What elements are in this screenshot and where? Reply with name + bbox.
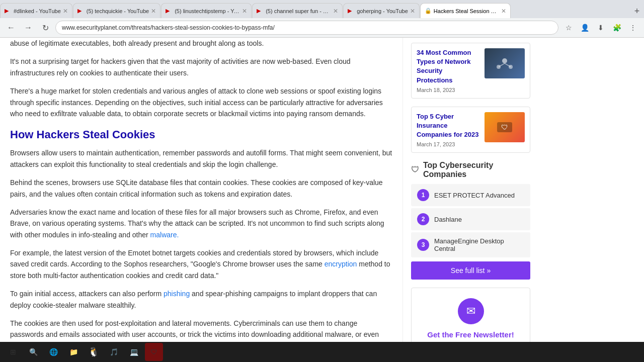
intro-para-2: It's not a surprising target for hackers… — [10, 56, 392, 78]
sidebar-article-1-image — [485, 48, 525, 78]
tab-close-tab1[interactable]: ✕ — [63, 8, 68, 15]
article-heading: How Hackers Steal Cookies — [10, 128, 392, 141]
svg-text:🛡: 🛡 — [501, 123, 508, 131]
tab-label-tab6: Hackers Steal Session Cookies... — [434, 8, 499, 14]
sidebar-article-1-text: 34 Most Common Types of Network Security… — [417, 48, 479, 93]
bookmark-icon[interactable]: ☆ — [561, 21, 576, 35]
tab-favicon-tab1: ▶ — [5, 8, 12, 15]
svg-point-0 — [502, 58, 507, 63]
taskbar: ⊞ 🔍 🌐 📁 🐧 🎵 💻 🛡 — [0, 342, 644, 362]
menu-icon[interactable]: ⋮ — [626, 21, 640, 35]
tab-label-tab5: goherping - YouTube — [357, 8, 408, 14]
sidebar: 34 Most Common Types of Network Security… — [403, 38, 538, 362]
tab-close-tab4[interactable]: ✕ — [333, 8, 338, 15]
new-tab-button[interactable]: + — [630, 4, 644, 18]
toolbar-icons: ☆ 👤 ⬇ 🧩 ⋮ — [561, 21, 640, 35]
taskbar-browser[interactable]: 🌐 — [44, 343, 62, 361]
intro-para-1: abuse of legitimate executables, both al… — [10, 38, 392, 49]
sidebar-article-2-image: 🛡 — [485, 112, 525, 142]
back-button[interactable]: ← — [4, 21, 18, 35]
body-para-1: Browsers allow users to maintain authent… — [10, 147, 392, 170]
body-para-4-text: For example, the latest version of the E… — [10, 249, 378, 268]
tab-close-tab6[interactable]: ✕ — [501, 8, 506, 15]
company-rank-1: 1 — [417, 189, 429, 201]
body-para-5: To gain initial access, attackers can al… — [10, 288, 392, 311]
company-row-3[interactable]: 3 ManageEngine Desktop Central — [411, 232, 530, 257]
browser-tab-tab6[interactable]: 🔒 Hackers Steal Session Cookies... ✕ — [420, 3, 511, 18]
sidebar-article-1-title[interactable]: 34 Most Common Types of Network Security… — [417, 48, 479, 85]
top-companies-title: Top Cybersecurity Companies — [423, 161, 530, 179]
browser-chrome: ▶ #dlinked - YouTube ✕ ▶ (5) techquickie… — [0, 0, 644, 38]
company-rank-3: 3 — [417, 239, 429, 251]
taskbar-terminal[interactable]: 💻 — [125, 343, 143, 361]
sidebar-article-1-date: March 18, 2023 — [417, 87, 479, 93]
address-bar: ← → ↻ ☆ 👤 ⬇ 🧩 ⋮ — [0, 18, 644, 37]
tab-favicon-tab4: ▶ — [257, 8, 264, 15]
browser-tab-tab2[interactable]: ▶ (5) techquickie - YouTube ✕ — [73, 3, 160, 18]
sidebar-article-2-title[interactable]: Top 5 Cyber Insurance Companies for 2023 — [417, 112, 479, 140]
top-companies-section: 🛡 Top Cybersecurity Companies 1 ESET PRO… — [411, 161, 530, 280]
main-content: abuse of legitimate executables, both al… — [0, 38, 403, 362]
taskbar-music[interactable]: 🎵 — [105, 343, 123, 361]
download-icon[interactable]: ⬇ — [594, 21, 608, 35]
tab-close-tab2[interactable]: ✕ — [151, 8, 156, 15]
phishing-link[interactable]: phishing — [164, 290, 190, 298]
taskbar-start[interactable]: ⊞ — [4, 343, 22, 361]
browser-tab-tab3[interactable]: ▶ (5) linustechtipstemp - YouTube ✕ — [161, 3, 252, 18]
company-rank-2: 2 — [417, 213, 429, 225]
tab-label-tab3: (5) linustechtipstemp - YouTube — [175, 8, 240, 14]
extensions-icon[interactable]: 🧩 — [610, 21, 624, 35]
tab-bar: ▶ #dlinked - YouTube ✕ ▶ (5) techquickie… — [0, 0, 644, 18]
page: abuse of legitimate executables, both al… — [0, 38, 644, 362]
company-name-1: ESET PROTECT Advanced — [434, 192, 515, 199]
companies-list: 1 ESET PROTECT Advanced 2 Dashlane 3 Man… — [411, 184, 530, 257]
taskbar-files[interactable]: 📁 — [64, 343, 83, 361]
tab-favicon-tab5: ▶ — [348, 8, 355, 15]
browser-tab-tab4[interactable]: ▶ (5) channel super fun - YouTube ✕ — [252, 3, 343, 18]
profile-icon[interactable]: 👤 — [578, 21, 592, 35]
sidebar-article-2-date: March 17, 2023 — [417, 141, 479, 147]
newsletter-icon: ✉ — [458, 298, 484, 324]
company-name-2: Dashlane — [434, 216, 462, 223]
shield-icon: 🛡 — [411, 165, 419, 174]
taskbar-linux[interactable]: 🐧 — [85, 343, 103, 361]
sidebar-article-2-text: Top 5 Cyber Insurance Companies for 2023… — [417, 112, 479, 148]
company-row-2[interactable]: 2 Dashlane — [411, 208, 530, 230]
encryption-link[interactable]: encryption — [325, 260, 357, 268]
sidebar-article-2: Top 5 Cyber Insurance Companies for 2023… — [411, 107, 530, 153]
body-para-3: Adversaries know the exact name and loca… — [10, 207, 392, 240]
tab-favicon-tab6: 🔒 — [425, 8, 432, 15]
refresh-button[interactable]: ↻ — [38, 21, 52, 35]
browser-tab-tab5[interactable]: ▶ goherping - YouTube ✕ — [343, 3, 420, 18]
see-full-list-button[interactable]: See full list » — [411, 261, 530, 280]
company-row-1[interactable]: 1 ESET PROTECT Advanced — [411, 184, 530, 206]
sidebar-article-1-content: 34 Most Common Types of Network Security… — [412, 43, 530, 98]
tab-favicon-tab2: ▶ — [77, 8, 85, 15]
malware-link[interactable]: malware. — [150, 231, 179, 239]
top-companies-header: 🛡 Top Cybersecurity Companies — [411, 161, 530, 179]
taskbar-search[interactable]: 🔍 — [24, 343, 42, 361]
sidebar-article-1: 34 Most Common Types of Network Security… — [411, 43, 530, 99]
forward-button[interactable]: → — [21, 21, 35, 35]
body-para-5-pre: To gain initial access, attackers can al… — [10, 290, 162, 298]
browser-tab-tab1[interactable]: ▶ #dlinked - YouTube ✕ — [0, 3, 72, 18]
body-para-4: For example, the latest version of the E… — [10, 247, 392, 281]
newsletter-title: Get the Free Newsletter! — [420, 330, 522, 339]
tab-label-tab2: (5) techquickie - YouTube — [87, 8, 149, 14]
body-para-2: Behind the scenes, browsers use SQLite d… — [10, 177, 392, 200]
tab-close-tab3[interactable]: ✕ — [242, 8, 247, 15]
intro-para-3: There's a huge market for stolen credent… — [10, 85, 392, 119]
tab-favicon-tab3: ▶ — [166, 8, 173, 15]
tab-label-tab1: #dlinked - YouTube — [14, 8, 61, 14]
company-name-3: ManageEngine Desktop Central — [434, 237, 524, 252]
taskbar-shield[interactable]: 🛡 — [145, 343, 163, 361]
tab-label-tab4: (5) channel super fun - YouTube — [266, 8, 331, 14]
tab-close-tab5[interactable]: ✕ — [410, 8, 415, 15]
body-para-3-text: Adversaries know the exact name and loca… — [10, 208, 384, 239]
address-input[interactable] — [55, 21, 558, 35]
sidebar-article-2-content: Top 5 Cyber Insurance Companies for 2023… — [412, 107, 530, 153]
